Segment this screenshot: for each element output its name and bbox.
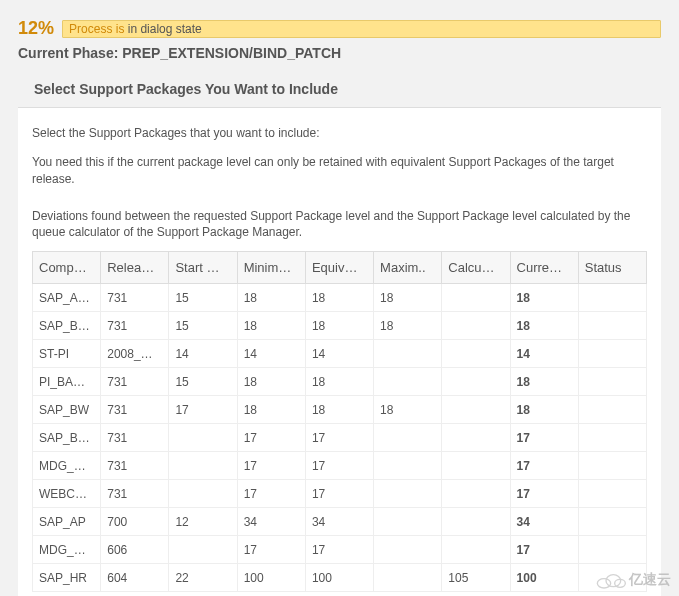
table-cell: 2008_…: [101, 340, 169, 368]
table-cell: [374, 452, 442, 480]
table-cell: [169, 480, 237, 508]
table-cell: 18: [510, 396, 578, 424]
col-current[interactable]: Curre…: [510, 252, 578, 284]
table-cell: [374, 564, 442, 592]
table-cell: SAP_BW: [33, 396, 101, 424]
table-row[interactable]: SAP_B…7311518181818: [33, 312, 647, 340]
table-cell: SAP_HR: [33, 564, 101, 592]
table-cell: 12: [169, 508, 237, 536]
col-calculated[interactable]: Calcu…: [442, 252, 510, 284]
table-cell: 731: [101, 396, 169, 424]
table-cell: [442, 396, 510, 424]
table-cell: 17: [305, 536, 373, 564]
table-row[interactable]: SAP_HR60422100100105100: [33, 564, 647, 592]
table-row[interactable]: SAP_BW7311718181818: [33, 396, 647, 424]
table-cell: 14: [169, 340, 237, 368]
current-phase: Current Phase: PREP_EXTENSION/BIND_PATCH: [0, 43, 679, 71]
table-cell: [374, 368, 442, 396]
table-cell: 700: [101, 508, 169, 536]
table-cell: 606: [101, 536, 169, 564]
table-cell: SAP_B…: [33, 424, 101, 452]
table-cell: 14: [237, 340, 305, 368]
table-row[interactable]: SAP_B…731171717: [33, 424, 647, 452]
table-cell: 15: [169, 368, 237, 396]
table-cell: 18: [510, 368, 578, 396]
col-minimum[interactable]: Minim…: [237, 252, 305, 284]
table-cell: 17: [169, 396, 237, 424]
table-cell: 100: [510, 564, 578, 592]
watermark: 亿速云: [593, 570, 671, 590]
table-cell: 17: [305, 424, 373, 452]
table-cell: MDG_…: [33, 452, 101, 480]
table-cell: 731: [101, 284, 169, 312]
table-row[interactable]: SAP_A…7311518181818: [33, 284, 647, 312]
table-cell: [442, 340, 510, 368]
table-row[interactable]: MDG_…606171717: [33, 536, 647, 564]
table-cell: 15: [169, 312, 237, 340]
table-cell: [578, 284, 646, 312]
table-cell: 18: [374, 312, 442, 340]
table-cell: 731: [101, 452, 169, 480]
table-cell: 604: [101, 564, 169, 592]
table-cell: [578, 312, 646, 340]
table-cell: 18: [510, 284, 578, 312]
intro-text-1: Select the Support Packages that you wan…: [32, 126, 647, 140]
table-cell: [442, 368, 510, 396]
table-body: SAP_A…7311518181818SAP_B…7311518181818ST…: [33, 284, 647, 592]
phase-value: PREP_EXTENSION/BIND_PATCH: [122, 45, 341, 61]
table-cell: 731: [101, 480, 169, 508]
table-row[interactable]: ST-PI2008_…14141414: [33, 340, 647, 368]
table-cell: SAP_A…: [33, 284, 101, 312]
table-cell: 14: [305, 340, 373, 368]
col-status[interactable]: Status: [578, 252, 646, 284]
table-cell: 34: [510, 508, 578, 536]
table-cell: [169, 424, 237, 452]
col-maximum[interactable]: Maxim..: [374, 252, 442, 284]
table-cell: ST-PI: [33, 340, 101, 368]
table-cell: 17: [237, 424, 305, 452]
table-cell: 18: [305, 396, 373, 424]
table-cell: 18: [510, 312, 578, 340]
table-cell: 22: [169, 564, 237, 592]
table-row[interactable]: PI_BA…73115181818: [33, 368, 647, 396]
section-title: Select Support Packages You Want to Incl…: [0, 71, 679, 107]
table-cell: 18: [237, 368, 305, 396]
table-cell: [578, 368, 646, 396]
table-cell: 731: [101, 368, 169, 396]
table-cell: [374, 536, 442, 564]
process-state-badge: Process is in dialog state: [62, 20, 661, 38]
table-cell: [578, 340, 646, 368]
svg-point-0: [597, 579, 610, 588]
intro-text-2: You need this if the current package lev…: [32, 154, 647, 188]
col-release[interactable]: Relea…: [101, 252, 169, 284]
process-badge-prefix: Process is: [69, 22, 128, 36]
table-cell: 34: [305, 508, 373, 536]
table-cell: 100: [237, 564, 305, 592]
table-cell: 731: [101, 424, 169, 452]
table-cell: 105: [442, 564, 510, 592]
table-cell: 18: [237, 312, 305, 340]
table-cell: [169, 452, 237, 480]
table-cell: 100: [305, 564, 373, 592]
table-cell: 18: [237, 284, 305, 312]
col-start[interactable]: Start …: [169, 252, 237, 284]
table-cell: [578, 480, 646, 508]
table-cell: [374, 340, 442, 368]
table-cell: [442, 452, 510, 480]
table-cell: 17: [305, 452, 373, 480]
table-cell: 17: [510, 480, 578, 508]
phase-label: Current Phase:: [18, 45, 122, 61]
table-row[interactable]: WEBC…731171717: [33, 480, 647, 508]
table-cell: [374, 508, 442, 536]
table-row[interactable]: MDG_…731171717: [33, 452, 647, 480]
table-cell: SAP_B…: [33, 312, 101, 340]
col-equivalent[interactable]: Equiv…: [305, 252, 373, 284]
table-cell: [578, 536, 646, 564]
col-component[interactable]: Comp…: [33, 252, 101, 284]
support-packages-table: Comp… Relea… Start … Minim… Equiv… Maxim…: [32, 251, 647, 592]
table-cell: [578, 424, 646, 452]
intro-text-3: Deviations found between the requested S…: [32, 208, 647, 242]
table-row[interactable]: SAP_AP70012343434: [33, 508, 647, 536]
table-cell: 18: [237, 396, 305, 424]
table-cell: 17: [510, 424, 578, 452]
